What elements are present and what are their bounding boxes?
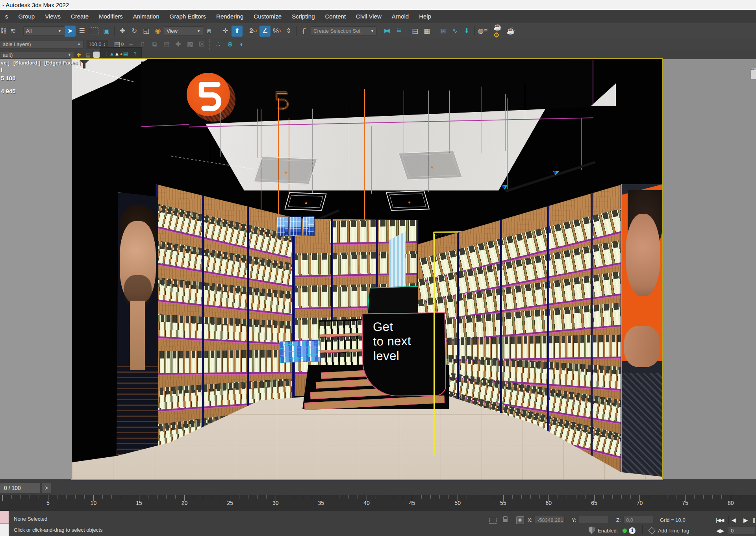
select-key-objects-icon[interactable]: ◐ — [236, 39, 247, 50]
bind-to-spacewarp-icon[interactable]: ≋ — [7, 26, 19, 37]
selection-filter-dropdown[interactable]: All▼ — [23, 26, 64, 36]
isolate-selection-icon[interactable] — [489, 518, 497, 524]
frame-number-field[interactable]: 0 — [728, 527, 756, 534]
viewport-shading-label[interactable]: [Standard ] — [13, 60, 41, 66]
enabled-count-badge[interactable]: 1 — [629, 527, 636, 534]
pendant-light-frame — [284, 192, 327, 211]
animation-layers-dropdown[interactable]: able Layers)▼ — [0, 40, 83, 49]
menu-item[interactable]: Views — [40, 10, 66, 23]
absolute-offset-toggle[interactable] — [516, 516, 524, 524]
menu-item[interactable]: Modifiers — [94, 10, 128, 23]
percent-snap-toggle[interactable]: %ʖ — [271, 26, 282, 37]
frame-label: 70 — [617, 500, 663, 506]
add-time-tag[interactable]: Add Time Tag — [658, 528, 689, 534]
z-coordinate-field[interactable]: 0,0 — [623, 516, 653, 524]
maxscript-editor-icon[interactable]: {´ — [299, 26, 310, 37]
select-and-link-icon[interactable]: ⛓ — [0, 26, 7, 37]
key-step-arrows[interactable]: ◀▶ — [716, 528, 724, 534]
disable-layers-icon[interactable]: ☒ — [196, 39, 207, 50]
auto-key-target-icon[interactable]: ⊕ — [224, 39, 235, 50]
material-editor-button[interactable]: ◍≡ — [477, 26, 488, 37]
z-label: Z: — [616, 517, 621, 523]
schematic-view-button[interactable]: ⬇ — [461, 26, 472, 37]
copy-layer-icon[interactable]: ⧉ — [149, 39, 160, 50]
chevron-down-icon: ▼ — [58, 29, 61, 33]
render-production-button[interactable]: ☕ — [505, 26, 516, 37]
select-and-place-button[interactable]: ◉ — [152, 26, 163, 37]
menu-item[interactable]: Create — [66, 10, 94, 23]
curve-editor-button[interactable]: ∿ — [449, 26, 460, 37]
rectangular-selection-region-button[interactable] — [90, 27, 98, 35]
woman-clothing — [622, 373, 662, 479]
layer-explorer-button[interactable]: ▤ — [410, 26, 421, 37]
layers-stack-icon[interactable]: ▤ — [84, 51, 93, 59]
perspective-viewport[interactable]: Get to next level — [72, 59, 662, 479]
select-object-button[interactable]: ➤ — [65, 26, 76, 37]
select-and-manipulate-button[interactable]: ✛ — [220, 26, 231, 37]
paste-layer-icon[interactable]: ▤ — [161, 39, 172, 50]
ribbon-toggle-button[interactable]: ⊞ — [437, 26, 448, 37]
named-selection-sets-dropdown[interactable]: Create Selection Set▼ — [311, 26, 377, 36]
help-icon[interactable]: ? — [131, 50, 139, 57]
window-crossing-toggle[interactable]: ▣ — [101, 26, 112, 37]
paste-new-layer-icon[interactable]: ✚ — [172, 39, 183, 50]
current-frame-field[interactable]: 0 / 100 — [0, 483, 40, 493]
reference-coordinate-dropdown[interactable]: View▼ — [164, 26, 203, 36]
add-icon[interactable]: ✚ — [74, 51, 83, 59]
listener-pane[interactable] — [0, 524, 9, 536]
snaps-toggle-2.5d[interactable]: 25ʖ — [248, 26, 259, 37]
menu-item[interactable]: Rendering — [211, 10, 248, 23]
menu-item[interactable]: Group — [13, 10, 40, 23]
select-and-scale-button[interactable]: ◱ — [141, 26, 152, 37]
spinner-arrows-icon[interactable]: ▲▼ — [103, 43, 106, 46]
shelf-row — [153, 350, 297, 375]
vegetation-icon[interactable]: ▲▲▲ — [112, 50, 120, 57]
blank-swatch[interactable] — [93, 52, 100, 58]
document-notes-icon[interactable]: ▤ — [121, 50, 130, 57]
mirror-button[interactable]: ⧓ — [382, 26, 393, 37]
menu-item[interactable]: s — [0, 10, 13, 23]
use-pivot-center-button[interactable]: ⧈ — [204, 26, 215, 37]
menu-item[interactable]: Animation — [128, 10, 165, 23]
play-button[interactable]: ▶ — [743, 517, 748, 524]
menu-item[interactable]: Graph Editors — [165, 10, 211, 23]
track-bar[interactable]: 5101520253035404550556065707580 — [0, 495, 756, 511]
stat-value-1: 5 100 — [1, 75, 16, 81]
go-to-start-button[interactable]: |◀◀ — [716, 517, 724, 523]
x-coordinate-field[interactable]: -58348,281 — [535, 516, 565, 524]
next-frame-button[interactable]: > — [42, 483, 51, 493]
secondary-toolbar: ault)▼ ✚ ▤ ⁞ ▲▲▲ ▤ ? — [0, 50, 756, 59]
select-by-name-button[interactable]: ☰ — [76, 26, 87, 37]
viewport-edged-faces-label[interactable]: [Edged Faces ] — [44, 60, 80, 66]
maxscript-mini-listener[interactable] — [0, 511, 9, 536]
keyboard-shortcut-override-toggle[interactable]: ⬆ — [232, 26, 243, 37]
clipped-playback-button[interactable]: || — [753, 517, 755, 523]
y-coordinate-field[interactable] — [579, 516, 609, 524]
viewport-pov-label[interactable]: ve ] — [1, 60, 9, 66]
pendant-light-frame — [386, 190, 430, 211]
shield-icon[interactable] — [589, 527, 595, 534]
align-button[interactable]: ≞ — [393, 26, 404, 37]
select-and-rotate-button[interactable]: ↻ — [129, 26, 140, 37]
collapse-layers-icon[interactable]: ▩ — [184, 39, 195, 50]
menu-item[interactable]: Scripting — [287, 10, 320, 23]
window-titlebar[interactable]: - Autodesk 3ds Max 2022 — [0, 0, 756, 10]
previous-frame-button[interactable]: ◀| — [732, 517, 736, 523]
viewport-label[interactable]: ve ] [Standard ] [Edged Faces ] — [1, 60, 83, 66]
shelf-post — [293, 218, 295, 396]
scene-explorer-button[interactable]: ▦ — [421, 26, 432, 37]
menu-item[interactable]: Content — [320, 10, 351, 23]
menu-item[interactable]: Civil View — [351, 10, 387, 23]
default-preset-dropdown[interactable]: ault)▼ — [0, 51, 74, 59]
menu-item[interactable]: Customize — [248, 10, 287, 23]
render-setup-button[interactable]: ☕⚙ — [493, 26, 504, 37]
select-and-move-button[interactable]: ✥ — [117, 26, 128, 37]
front-view-tab[interactable]: FRO — [750, 68, 756, 79]
menu-item[interactable]: Help — [414, 10, 436, 23]
menu-item[interactable]: Arnold — [387, 10, 414, 23]
angle-snap-toggle[interactable]: ∠ — [259, 26, 271, 37]
selection-lock-icon[interactable] — [503, 519, 508, 522]
spinner-snap-toggle[interactable]: ⇕ — [283, 26, 294, 37]
key-filters-icon[interactable]: ∴ — [213, 39, 224, 50]
macro-recorder-pane[interactable] — [0, 511, 9, 524]
